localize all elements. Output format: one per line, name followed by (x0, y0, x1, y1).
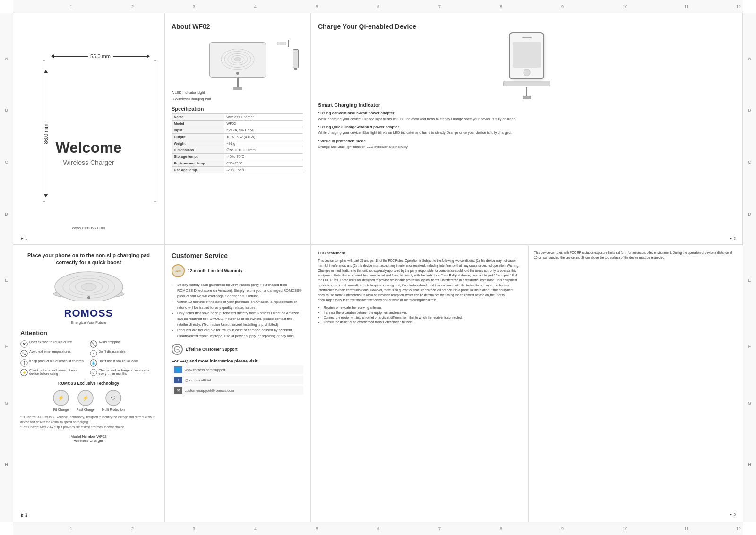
fcc-title: FCC Statement (318, 250, 520, 257)
ruler-left: A B C D E F G H (0, 13, 13, 522)
dimension-width-label: 55.0 mm (88, 53, 113, 59)
ruler-letter-c: C (5, 160, 8, 164)
ruler-bottom-3: 3 (193, 526, 195, 531)
no-liquid-icon: 💧 (90, 359, 97, 367)
svg-text:🛡: 🛡 (111, 396, 116, 401)
spec-row-storage: Storage temp. -40 to 70°C (172, 154, 303, 160)
spec-value-name: Wireless Charger (224, 114, 303, 121)
charge-qi-panel: Charge Your Qi-enabled Device (311, 13, 743, 244)
ruler-letter-g: G (5, 401, 8, 406)
ruler-letter-a: A (5, 56, 8, 60)
attention-title: Attention (20, 329, 157, 337)
fit-charge-icon: ⚡ (52, 389, 69, 406)
tick-bottom-right (154, 201, 156, 202)
ruler-letter-b: B (5, 108, 8, 112)
ruler-mark-3: 3 (193, 4, 195, 9)
ruler-bottom-1: 1 (70, 526, 72, 531)
temperature-icon: °C (20, 350, 28, 357)
spec-value-model: WF02 (224, 121, 303, 127)
ruler-mark-10: 10 (623, 4, 627, 9)
vdiv-2 (311, 13, 311, 245)
svg-text:⚡: ⚡ (22, 371, 26, 375)
place-phone-title: Place your phone on to the non-slip char… (20, 252, 157, 267)
warranty-badge: 12M 12-month Limited Warranty (172, 264, 303, 277)
voltage-icon: ⚡ (20, 369, 28, 376)
email-icon: ✉ (174, 387, 182, 394)
ruler-letter-f: F (5, 344, 8, 349)
spec-value-input: 5V/ 2A, 9V/1.67A (224, 127, 303, 134)
fcc-bullet-4: Consult the dealer or an experienced rad… (324, 320, 520, 325)
spec-label-usage: Use age temp. (172, 167, 224, 173)
facebook-icon: f (174, 377, 182, 383)
lifetime-label: Lifetime Customer Support (186, 347, 238, 352)
customer-item-2: Within 12 months of the date of your pur… (177, 299, 303, 311)
smart-charging-item-2: * Using Quick Charge-enabled power adapt… (318, 124, 735, 135)
attention-temp-text: Avoid extreme temperatures (29, 350, 71, 353)
spec-value-output: 10 W, 5 W (4.0 W) (224, 134, 303, 140)
spec-value-weight: ~93 g (224, 140, 303, 147)
ruler-mark-7: 7 (438, 4, 441, 9)
spec-row-model: Model WF02 (172, 121, 303, 127)
spec-table: Name Wireless Charger Model WF02 Input 5… (172, 113, 303, 173)
svg-text:°C: °C (22, 352, 26, 356)
spec-value-dimensions: ∅55 × 30 × 10mm (224, 147, 303, 154)
attention-disassemble-text: Don't disassemble (99, 350, 126, 353)
vdiv-5 (528, 245, 529, 522)
ruler-bottom-10: 10 (623, 526, 627, 531)
ruler-right-letter-c: C (748, 160, 751, 164)
spec-row-env: Environment temp. 0°C~45°C (172, 160, 303, 167)
contact-email: ✉ customersupport@romoss.com (172, 386, 303, 395)
ruler-top: 1 2 3 4 5 6 7 8 9 10 11 12 (13, 0, 743, 13)
page-num-2: ► 2 (729, 236, 736, 241)
ruler-bottom-8: 8 (500, 526, 502, 531)
spec-label-dimensions: Dimensions (172, 147, 224, 154)
fcc-text-1: This device complies with part 15 and pa… (318, 259, 520, 303)
model-number: Model Number WF02 Wireless Charger (20, 434, 157, 443)
no-disassemble-icon: ✕ (90, 350, 97, 357)
top-section: 55.0 mm 86.0 mm Welcome Wire (13, 13, 743, 245)
fast-charge-icon: ⚡ (77, 389, 94, 406)
ruler-mark-12: 12 (736, 4, 741, 9)
dim-line-h (54, 56, 88, 57)
warranty-icon: 12M (172, 264, 185, 277)
fire-icon (20, 340, 28, 348)
fast-charge-desc: *Fast Charge: Max 2.4A output provides t… (20, 425, 157, 430)
attention-voltage: ⚡ Check voltage and power of your device… (20, 369, 88, 376)
dim-arrow-right (147, 54, 150, 58)
smart-charging-item-1: * Using conventional 5-watt power adapte… (318, 111, 735, 121)
web-icon: 🌐 (174, 366, 182, 373)
page-num-5: ► 5 (20, 512, 27, 518)
ruler-right-letter-e: E (748, 278, 751, 283)
svg-point-11 (87, 296, 90, 299)
ruler-right-letter-b: B (748, 108, 751, 112)
ruler-bottom-7: 7 (438, 526, 441, 531)
ruler-right-letter-a: A (748, 56, 751, 60)
warranty-label: 12-month Limited Warranty (188, 268, 242, 273)
customer-item-3: Only items that have been purchased dire… (177, 311, 303, 328)
fcc-bullet-1: Reorient or relocate the receiving anten… (324, 305, 520, 310)
svg-text:✕: ✕ (92, 352, 95, 356)
website-text: www.romoss.com (72, 225, 105, 230)
charge-icon: ↺ (90, 369, 97, 376)
attention-grid: Don't expose to liquids or fire ↓ Avoid … (20, 340, 157, 376)
page-num-6: ► 5 (729, 512, 736, 518)
about-panel: About WF02 (164, 13, 311, 244)
main-content: 55.0 mm 86.0 mm Welcome Wire (13, 13, 743, 522)
ruler-right-letter-f: F (748, 344, 751, 349)
dim-line-v2 (46, 139, 46, 195)
fit-charge-desc: *Fit Charge: A ROMOSS Exclusive Technolo… (20, 415, 157, 424)
charger-subtitle: Wireless Charger (56, 159, 122, 166)
tick-top-left (43, 60, 45, 61)
spec-row-dimensions: Dimensions ∅55 × 30 × 10mm (172, 147, 303, 154)
ruler-mark-4: 4 (254, 4, 257, 9)
ruler-mark-9: 9 (561, 4, 564, 9)
spec-row-output: Output 10 W, 5 W (4.0 W) (172, 134, 303, 140)
fcc-bullets: Reorient or relocate the receiving anten… (318, 305, 520, 325)
fit-charge-item: ⚡ Fit Charge (52, 389, 69, 411)
about-label-a: A LED Indicator Light (172, 89, 303, 96)
spec-row-input: Input 5V/ 2A, 9V/1.67A (172, 127, 303, 134)
dim-arrow-down (44, 194, 48, 197)
attention-charge: ↺ Charge and recharge at least once ever… (90, 369, 157, 376)
ruler-letter-e: E (5, 278, 8, 283)
multi-protection-item: 🛡 Multi Protection (102, 389, 125, 411)
